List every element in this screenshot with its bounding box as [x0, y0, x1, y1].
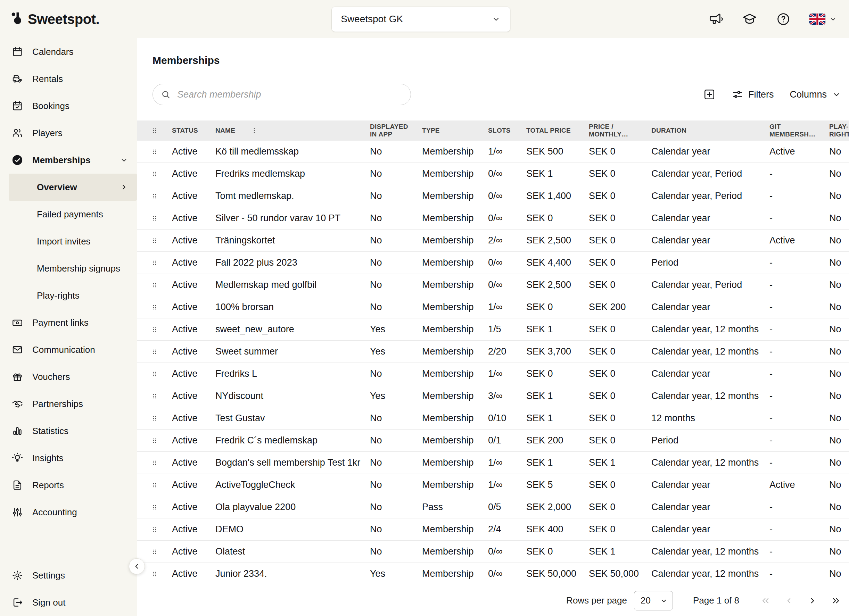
row-drag-handle[interactable] [137, 237, 172, 244]
sidebar-item-label: Calendars [32, 46, 74, 57]
table-row[interactable]: Active sweet_new_autore Yes Membership 1… [137, 318, 849, 341]
row-drag-handle[interactable] [137, 259, 172, 267]
table-row[interactable]: Active Fredriks L No Membership 1/∞ SEK … [137, 363, 849, 385]
search-input[interactable] [176, 89, 407, 100]
cell-type: Membership [422, 146, 488, 157]
cell-name: NYdiscount [215, 391, 370, 402]
table-row[interactable]: Active Tomt medlemskap. No Membership 0/… [137, 185, 849, 207]
sidebar-item-statistics[interactable]: Statistics [0, 417, 137, 445]
row-drag-handle[interactable] [137, 459, 172, 467]
row-drag-handle[interactable] [137, 503, 172, 511]
drag-handle-icon [151, 392, 158, 400]
sidebar-item-label: Communication [32, 344, 95, 355]
cell-name: Tomt medlemskap. [215, 190, 370, 201]
sidebar-item-bookings[interactable]: Bookings [0, 92, 137, 119]
sidebar-item-vouchers[interactable]: Vouchers [0, 363, 137, 390]
row-drag-handle[interactable] [137, 281, 172, 289]
prev-page-button[interactable] [782, 594, 795, 607]
table-row[interactable]: Active ActiveToggleCheck No Membership 1… [137, 474, 849, 496]
table-row[interactable]: Active Kö till medlemsskap No Membership… [137, 141, 849, 163]
sidebar-item-label: Settings [32, 570, 65, 581]
cell-displayed-in-app: Yes [370, 391, 422, 402]
sidebar-item-reports[interactable]: Reports [0, 472, 137, 498]
cell-type: Membership [422, 346, 488, 357]
sidebar-subitem-play-rights[interactable]: Play-rights [0, 282, 137, 309]
cell-git-membership: - [769, 190, 829, 201]
language-selector[interactable] [809, 13, 837, 25]
table-row[interactable]: Active Fredriks medlemskap No Membership… [137, 163, 849, 185]
table-row[interactable]: Active 100% brorsan No Membership 1/∞ SE… [137, 296, 849, 318]
sidebar-item-sign-out[interactable]: Sign out [0, 589, 137, 616]
row-drag-handle[interactable] [137, 526, 172, 533]
cell-type: Membership [422, 302, 488, 312]
sidebar-item-memberships[interactable]: Memberships [0, 147, 137, 174]
sidebar-item-calendars[interactable]: Calendars [0, 38, 137, 65]
table-row[interactable]: Active Olatest No Membership 0/∞ SEK 0 S… [137, 541, 849, 563]
sidebar-collapse-button[interactable] [129, 558, 145, 574]
sidebar: Calendars Rentals Bookings Players Membe… [0, 38, 137, 616]
row-drag-handle[interactable] [137, 170, 172, 178]
filters-button[interactable]: Filters [731, 89, 774, 100]
announcements-button[interactable] [709, 12, 723, 27]
first-page-button[interactable] [759, 594, 772, 607]
row-drag-handle[interactable] [137, 548, 172, 556]
table-row[interactable]: Active Junior 2334. Yes Membership 0/∞ S… [137, 563, 849, 585]
add-membership-button[interactable] [703, 88, 716, 101]
cell-duration: Period [651, 435, 769, 446]
sidebar-item-partnerships[interactable]: Partnerships [0, 390, 137, 417]
last-page-button[interactable] [830, 594, 843, 607]
row-drag-handle[interactable] [137, 415, 172, 422]
rows-per-page-select[interactable]: 20 [634, 591, 673, 610]
row-drag-handle[interactable] [137, 437, 172, 445]
table-row[interactable]: Active Bogdan's sell membership Test 1kr… [137, 452, 849, 474]
sidebar-subitem-membership-signups[interactable]: Membership signups [0, 255, 137, 282]
row-drag-handle[interactable] [137, 148, 172, 156]
table-row[interactable]: Active Medlemskap med golfbil No Members… [137, 274, 849, 296]
row-drag-handle[interactable] [137, 392, 172, 400]
row-drag-handle[interactable] [137, 304, 172, 311]
table-row[interactable]: Active Fall 2022 plus 2023 No Membership… [137, 252, 849, 274]
sidebar-item-insights[interactable]: Insights [0, 445, 137, 472]
table-row[interactable]: Active Test Gustav No Membership 0/10 SE… [137, 407, 849, 430]
row-drag-handle[interactable] [137, 192, 172, 200]
club-selector-dropdown[interactable]: Sweetspot GK [331, 7, 510, 32]
sidebar-item-label: Memberships [32, 155, 91, 166]
sidebar-subitem-overview[interactable]: Overview [9, 174, 137, 201]
cell-price-monthly: SEK 1 [589, 457, 651, 468]
row-drag-handle[interactable] [137, 348, 172, 356]
cell-type: Membership [422, 413, 488, 424]
sidebar-item-settings[interactable]: Settings [0, 562, 137, 589]
sidebar-item-accounting[interactable]: Accounting [0, 498, 137, 526]
table-row[interactable]: Active Träningskortet No Membership 2/∞ … [137, 229, 849, 252]
sidebar-item-rentals[interactable]: Rentals [0, 65, 137, 92]
next-page-button[interactable] [806, 594, 819, 607]
table-row[interactable]: Active Ola playvalue 2200 No Pass 0/5 SE… [137, 496, 849, 518]
academy-button[interactable] [742, 12, 757, 27]
table-row[interactable]: Active Silver - 50 rundor varav 10 PT No… [137, 207, 849, 229]
row-drag-handle[interactable] [137, 326, 172, 333]
cell-status: Active [172, 257, 215, 268]
cell-duration: Calendar year [651, 235, 769, 246]
table-row[interactable]: Active Fredrik C´s medlemskap No Members… [137, 430, 849, 452]
table-row[interactable]: Active Sweet summer Yes Membership 2/20 … [137, 341, 849, 363]
cell-type: Membership [422, 168, 488, 179]
sidebar-item-payment-links[interactable]: Payment links [0, 309, 137, 336]
sidebar-subitem-failed-payments[interactable]: Failed payments [0, 201, 137, 228]
columns-button[interactable]: Columns [789, 89, 842, 100]
row-drag-handle[interactable] [137, 481, 172, 489]
sidebar-item-communication[interactable]: Communication [0, 336, 137, 363]
cell-play-right: No [829, 502, 849, 513]
graduation-cap-icon [742, 12, 757, 27]
table-row[interactable]: Active NYdiscount Yes Membership 3/∞ SEK… [137, 385, 849, 407]
row-drag-handle[interactable] [137, 370, 172, 378]
cell-play-right: No [829, 568, 849, 579]
sidebar-item-players[interactable]: Players [0, 119, 137, 147]
table-row[interactable]: Active DEMO No Membership 2/4 SEK 400 SE… [137, 518, 849, 541]
cell-play-right: No [829, 391, 849, 402]
cell-price-monthly: SEK 0 [589, 346, 651, 357]
help-button[interactable] [776, 12, 791, 27]
cell-type: Pass [422, 502, 488, 513]
sidebar-subitem-import-invites[interactable]: Import invites [0, 228, 137, 255]
column-menu-kebab-icon[interactable] [250, 127, 258, 134]
row-drag-handle[interactable] [137, 214, 172, 222]
